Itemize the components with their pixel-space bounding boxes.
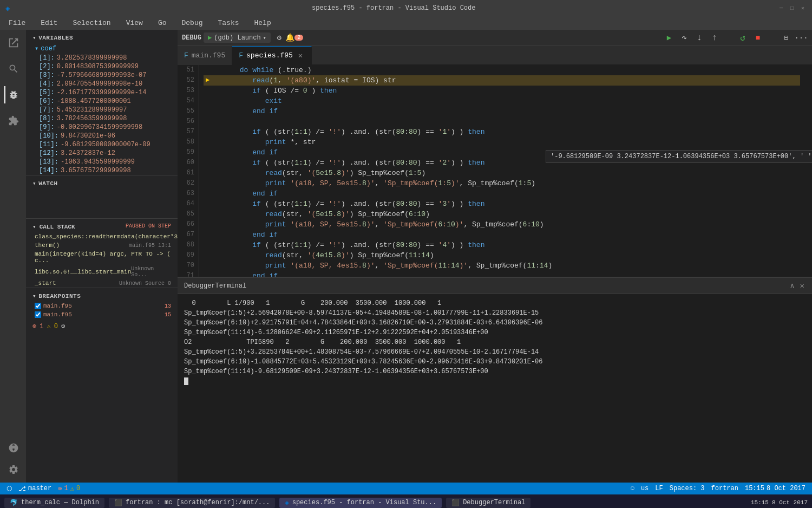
- terminal-content[interactable]: 0 L 1/900 1 G 200.000 3500.000 1000.000 …: [178, 294, 812, 483]
- code-text: end if: [214, 190, 278, 198]
- breakpoint-file: main.f95: [43, 311, 72, 318]
- breakpoint-item[interactable]: main.f9515: [26, 310, 178, 319]
- menu-help[interactable]: Help: [251, 18, 274, 28]
- editor-area: DEBUG ▶ (gdb) Launch ▾ ⚙ 🔔 2 ▶ ↷ ↓ ↑ ↺: [178, 30, 812, 483]
- feedback-icon: ☺: [631, 485, 634, 492]
- taskbar-app-dolphin[interactable]: 🐬 therm_calc — Dolphin: [4, 498, 104, 508]
- var-value: 0.0014830875399999999: [57, 63, 139, 70]
- activity-debug-icon[interactable]: [4, 86, 22, 103]
- window-controls[interactable]: ─ □ ✕: [777, 4, 807, 12]
- status-encoding[interactable]: us: [641, 485, 649, 492]
- tab-species-close-icon[interactable]: ✕: [296, 51, 305, 60]
- activity-search-icon[interactable]: [4, 60, 22, 77]
- line-numbers: 5152535455565758596061626364656667686970…: [178, 65, 199, 277]
- breakpoint-checkbox[interactable]: [35, 303, 41, 309]
- variable-item: [8]:3.7824563599999998: [26, 114, 178, 123]
- menu-file[interactable]: File: [5, 18, 29, 28]
- activity-explorer-icon[interactable]: [4, 34, 22, 51]
- line-number: 70: [182, 260, 194, 271]
- terminal-line: O2 TPI5890 2 G 200.000 3500.000 1000.000…: [184, 337, 806, 347]
- menu-selection[interactable]: Selection: [69, 18, 114, 28]
- terminal-header-left: DebuggerTerminal: [184, 282, 246, 290]
- debug-continue-button[interactable]: ▶: [663, 31, 676, 44]
- menu-view[interactable]: View: [123, 18, 146, 28]
- more-actions-button[interactable]: ···: [795, 31, 808, 44]
- activity-accounts-icon[interactable]: [4, 439, 22, 457]
- maximize-button[interactable]: □: [788, 4, 796, 12]
- var-index: [4]:: [39, 80, 55, 88]
- tab-main-f95[interactable]: F main.f95: [178, 46, 232, 65]
- status-line-ending[interactable]: LF: [655, 485, 663, 492]
- code-line: [204, 116, 800, 127]
- code-text: read(str, '(5e15.8)') Sp_tmp%coef(1:5): [214, 169, 425, 177]
- code-text: print *, str: [214, 138, 316, 146]
- taskbar-app-debugterm[interactable]: ⬛ DebuggerTerminal: [446, 498, 531, 508]
- line-number: 59: [182, 147, 194, 158]
- status-branch[interactable]: ⎇ master: [18, 485, 51, 493]
- terminal-chevron-up-icon[interactable]: ∧: [789, 280, 795, 291]
- debug-step-out-button[interactable]: ↑: [708, 31, 721, 44]
- menu-edit[interactable]: Edit: [37, 18, 61, 28]
- var-value: -9.6812950000000007e-09: [61, 141, 150, 148]
- callstack-item[interactable]: _startUnknown Source 0: [26, 279, 178, 288]
- callstack-item[interactable]: therm()main.f95 13:1: [26, 241, 178, 250]
- debug-arrow-icon: ▶: [206, 75, 209, 86]
- debug-badge-button[interactable]: 🔔 2: [288, 31, 301, 44]
- code-text: if ( (str(1:1) /= '!') .and. (str(80:80)…: [214, 159, 484, 167]
- variable-item: [10]:9.84730201e-06: [26, 132, 178, 140]
- var-value: 3.24372837e-12: [61, 149, 115, 157]
- debug-settings-button[interactable]: ⚙: [273, 31, 286, 44]
- activity-settings-icon[interactable]: [4, 461, 22, 478]
- variables-header[interactable]: ▾ VARIABLES: [26, 30, 178, 43]
- callstack-item[interactable]: class_species::readthermdata(character*3…: [26, 232, 178, 241]
- code-text: read(str, '(4e15.8)') Sp_tmp%coef(11:14): [214, 251, 434, 259]
- breakpoint-item[interactable]: main.f9513: [26, 302, 178, 310]
- status-language[interactable]: fortran: [711, 485, 738, 492]
- warning-count: 0: [54, 323, 58, 330]
- terminal-line: Sp_tmp%coef(1:5)+3.28253784E+00+1.483087…: [184, 347, 806, 357]
- taskbar-app-terminal[interactable]: ⬛ fortran : mc [sorath@fenrir]:/mnt/...: [109, 498, 275, 508]
- breakpoints-header[interactable]: ▾ BREAKPOINTS: [26, 288, 178, 302]
- watch-header[interactable]: ▾ WATCH: [26, 175, 178, 189]
- breakpoints-arrow-icon: ▾: [32, 292, 36, 299]
- line-number: 63: [182, 188, 194, 199]
- time-label: 15:15: [745, 485, 764, 492]
- minimize-button[interactable]: ─: [777, 4, 785, 12]
- toggle-panel-button[interactable]: ⊟: [780, 31, 793, 44]
- status-indent[interactable]: Spaces: 3: [670, 485, 705, 492]
- git-branch-label: master: [28, 485, 51, 492]
- coef-variable-header[interactable]: ▾ coef: [26, 43, 178, 54]
- menu-go[interactable]: Go: [155, 18, 170, 28]
- menu-tasks[interactable]: Tasks: [215, 18, 243, 28]
- variable-item: [4]:2.0947055499999998e-10: [26, 80, 178, 88]
- variable-item: [3]:-7.5796666899999993e-07: [26, 71, 178, 80]
- menu-debug[interactable]: Debug: [178, 18, 206, 28]
- code-text: print '(a18, SP, 5es15.8)', 'Sp_tmp%coef…: [214, 179, 535, 187]
- settings-gear-icon[interactable]: ⚙: [61, 322, 65, 330]
- terminal-line: Sp_tmp%coef(11:14)-9.68129509E-09+3.2437…: [184, 367, 806, 376]
- debug-restart-button[interactable]: ↺: [736, 31, 749, 44]
- status-errors[interactable]: ⊗ 1 ⚠ 0: [58, 485, 80, 493]
- code-lines[interactable]: do while (.true.)▶ read(1, '(a80)', iost…: [199, 65, 804, 277]
- debug-launch-config[interactable]: ▶ (gdb) Launch ▾: [204, 32, 271, 43]
- activity-extensions-icon[interactable]: [4, 112, 22, 129]
- debug-step-over-button[interactable]: ↷: [678, 31, 691, 44]
- breakpoints-label: BREAKPOINTS: [38, 293, 81, 299]
- taskbar-app-vscode[interactable]: ◈ species.f95 - fortran - Visual Stu...: [279, 498, 442, 508]
- callstack-item[interactable]: libc.so.6!__libc_start_mainUnknown So...: [26, 265, 178, 279]
- tab-species-f95[interactable]: F species.f95 ✕: [232, 46, 312, 65]
- terminal-cursor: [184, 377, 188, 385]
- terminal-close-icon[interactable]: ✕: [799, 280, 806, 291]
- status-datetime[interactable]: 15:15 8 Oct 2017: [745, 485, 806, 492]
- breakpoint-checkbox[interactable]: [35, 311, 41, 318]
- status-feedback[interactable]: ☺: [631, 485, 634, 492]
- status-debug-icon[interactable]: ⬡: [6, 485, 12, 493]
- debug-stop-button[interactable]: ■: [751, 31, 764, 44]
- callstack-header[interactable]: ▾ CALL STACK PAUSED ON STEP: [26, 219, 178, 232]
- code-editor[interactable]: '-9.68129509E-09 3.24372837E-12-1.063943…: [178, 65, 812, 277]
- scrollbar[interactable]: [804, 65, 812, 277]
- close-button[interactable]: ✕: [799, 4, 807, 12]
- callstack-item[interactable]: main(integer(kind=4) argc, PTR TO -> ( c…: [26, 250, 178, 265]
- debug-step-into-button[interactable]: ↓: [693, 31, 706, 44]
- status-right: ☺ us LF Spaces: 3 fortran 15:15 8 Oct 20…: [631, 485, 806, 492]
